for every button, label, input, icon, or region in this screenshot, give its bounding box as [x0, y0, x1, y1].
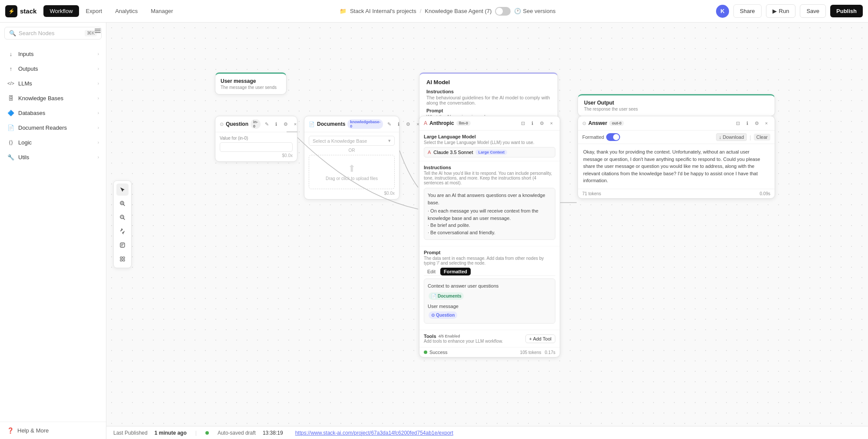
anthropic-logo-icon: A	[424, 120, 427, 126]
prompt-label: Prompt	[424, 250, 555, 255]
anthropic-window-btn[interactable]: ⊡	[519, 119, 527, 127]
help-icon: ❓	[7, 427, 14, 434]
clock-icon: 🕐	[514, 8, 521, 14]
collapse-sidebar-btn[interactable]	[94, 27, 102, 36]
svg-rect-7	[123, 257, 125, 259]
search-box[interactable]: 🔍 Search Nodes ⌘K	[4, 27, 102, 39]
anthropic-settings-btn[interactable]: ⚙	[538, 119, 546, 127]
search-icon: 🔍	[9, 30, 16, 36]
tools-count: 4/5 Enabled	[439, 334, 460, 338]
answer-info-btn[interactable]: ℹ	[743, 119, 751, 127]
header-center: 📁 Stack AI Internal's projects / Knowled…	[183, 7, 713, 16]
prompt-desc: The data sent in each message. Add data …	[424, 256, 555, 265]
tab-edit[interactable]: Edit	[424, 268, 439, 275]
documents-edit-btn[interactable]: ✎	[385, 120, 393, 128]
sidebar-item-knowledge-bases[interactable]: 🗄 Knowledge Bases ›	[0, 91, 106, 105]
databases-icon: 🔷	[7, 109, 15, 117]
tab-export[interactable]: Export	[80, 5, 109, 17]
sidebar-item-databases[interactable]: 🔷 Databases ›	[0, 105, 106, 120]
tab-manager[interactable]: Manager	[145, 5, 179, 17]
documents-body: Select a Knowledge Base ▾ OR ⬆ Drag or c…	[304, 132, 399, 199]
question-info-btn[interactable]: ℹ	[272, 120, 280, 128]
sidebar-item-inputs[interactable]: ↓ Inputs ›	[0, 46, 106, 61]
anthropic-close-btn[interactable]: ×	[548, 119, 555, 127]
sidebar-item-utils-label: Utils	[18, 154, 98, 161]
question-input[interactable]	[220, 142, 293, 152]
sidebar: 🔍 Search Nodes ⌘K ↓ Inputs › ↑ Outputs ›…	[0, 23, 106, 439]
run-button[interactable]: ▶ Run	[766, 4, 796, 18]
play-icon: ▶	[772, 8, 777, 14]
tab-formatted[interactable]: Formatted	[440, 268, 471, 275]
sidebar-item-utils[interactable]: 🔧 Utils ›	[0, 150, 106, 164]
auto-save-dot	[205, 431, 209, 435]
rotate-tool[interactable]	[116, 225, 129, 237]
logo[interactable]: ⚡ stack	[5, 5, 36, 17]
prompt-tabs: Edit Formatted	[424, 268, 555, 276]
header-right: K Share ▶ Run Save Publish	[716, 4, 863, 18]
documents-cost: $0.0x	[309, 191, 395, 196]
anthropic-info-btn[interactable]: ℹ	[528, 119, 536, 127]
inst-line-1: You are an AI that answers questions ove…	[428, 192, 551, 206]
model-badge: Large Context	[475, 150, 507, 155]
instructions-text[interactable]: You are an AI that answers questions ove…	[424, 188, 555, 240]
export-link[interactable]: https://www.stack-ai.com/project/67a3da1…	[295, 430, 453, 436]
see-versions-btn[interactable]: 🕐 See versions	[514, 8, 555, 14]
sidebar-footer-help[interactable]: ❓ Help & More	[0, 422, 106, 439]
answer-settings-btn[interactable]: ⚙	[753, 119, 761, 127]
question-close-btn[interactable]: ×	[291, 120, 299, 128]
tab-workflow[interactable]: Workflow	[43, 5, 79, 17]
sidebar-item-logic[interactable]: ⟨⟩ Logic ›	[0, 135, 106, 150]
ai-model-instructions-section: Instructions The behavioural guidelines …	[426, 89, 551, 105]
question-circle-icon: ⊙	[220, 121, 224, 127]
documents-settings-btn[interactable]: ⚙	[404, 120, 412, 128]
sidebar-item-outputs[interactable]: ↑ Outputs ›	[0, 61, 106, 76]
avatar[interactable]: K	[716, 5, 729, 18]
agent-name[interactable]: Knowledge Base Agent (7)	[425, 8, 492, 14]
add-tool-btn[interactable]: + Add Tool	[525, 334, 555, 343]
sidebar-item-document-readers[interactable]: 📄 Document Readers ›	[0, 120, 106, 135]
prompt-content[interactable]: Context to answer user questions 📄 Docum…	[424, 278, 555, 324]
publish-button[interactable]: Publish	[830, 5, 863, 17]
question-settings-btn[interactable]: ⚙	[282, 120, 290, 128]
toggle-switch[interactable]	[495, 7, 511, 16]
grid-tool[interactable]	[116, 253, 129, 265]
share-button[interactable]: Share	[733, 4, 762, 18]
note-tool[interactable]	[116, 239, 129, 251]
time-label: 0.17s	[545, 350, 555, 355]
documents-info-btn[interactable]: ℹ	[395, 120, 403, 128]
status-bar: Last Published 1 minute ago | Auto-saved…	[106, 426, 868, 439]
doc-tag-icon: 📄	[431, 293, 436, 299]
download-btn[interactable]: ↓ Download	[716, 133, 747, 141]
cursor-tool[interactable]	[116, 183, 129, 196]
formatted-toggle[interactable]	[606, 133, 620, 141]
question-edit-btn[interactable]: ✎	[263, 120, 271, 128]
model-selector[interactable]: A Claude 3.5 Sonnet Large Context	[424, 147, 555, 157]
canvas[interactable]: User message The message the user sends …	[106, 23, 868, 426]
sidebar-item-logic-label: Logic	[18, 139, 98, 146]
document-readers-icon: 📄	[7, 124, 15, 131]
q-tag-icon: ⊙	[431, 312, 435, 318]
answer-close-btn[interactable]: ×	[762, 119, 770, 127]
knowledge-bases-icon: 🗄	[7, 94, 15, 102]
answer-toolbar: Formatted ↓ Download | Clear	[578, 131, 775, 144]
project-name[interactable]: Stack AI Internal's projects	[350, 8, 416, 14]
tab-analytics[interactable]: Analytics	[109, 5, 144, 17]
zoom-in-tool[interactable]	[116, 197, 129, 210]
sidebar-item-llms[interactable]: </> LLMs ›	[0, 76, 106, 91]
prompt-tag-documents[interactable]: 📄 Documents	[429, 292, 464, 300]
question-badge-in: in-0	[251, 119, 261, 129]
documents-controls: ✎ ℹ ⚙ ×	[385, 120, 422, 128]
answer-text: Okay, thank you for providing the contex…	[583, 148, 769, 184]
save-button[interactable]: Save	[800, 4, 826, 18]
anthropic-tools-section: Tools 4/5 Enabled Add tools to enhance y…	[419, 330, 560, 347]
answer-time: 0.09s	[760, 191, 770, 196]
clear-btn[interactable]: Clear	[754, 134, 770, 141]
answer-window-btn[interactable]: ⊡	[734, 119, 742, 127]
zoom-out-tool[interactable]	[116, 211, 129, 223]
anthropic-title: Anthropic	[429, 120, 454, 126]
sidebar-items: ↓ Inputs › ↑ Outputs › </> LLMs › 🗄 Know…	[0, 44, 106, 167]
last-published-time: 1 minute ago	[155, 430, 187, 436]
upload-area[interactable]: ⬆ Drag or click to upload files	[309, 155, 395, 189]
prompt-tag-question[interactable]: ⊙ Question	[429, 311, 457, 319]
knowledge-base-select[interactable]: Select a Knowledge Base ▾	[309, 136, 395, 146]
